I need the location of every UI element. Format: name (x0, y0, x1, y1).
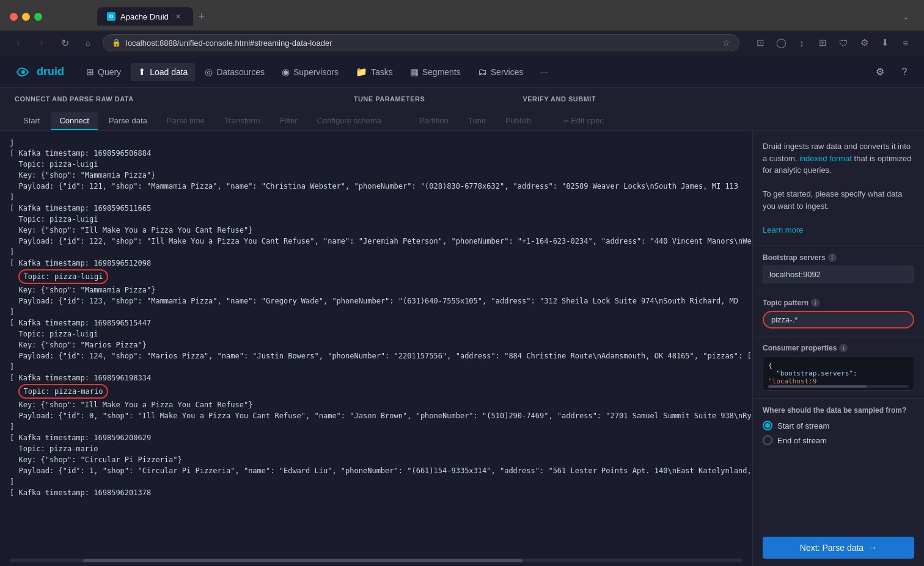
radio-start-of-stream[interactable]: Start of stream (763, 421, 914, 430)
nav-right: ⚙ ? (870, 62, 914, 82)
config-panel: Druid ingests raw data and converts it i… (753, 131, 924, 566)
radio-start-checked[interactable] (763, 421, 772, 430)
back-button[interactable]: ‹ (10, 34, 27, 51)
data-line: Topic: pizza-luigi (10, 214, 743, 225)
topic-pattern-input[interactable] (763, 311, 914, 328)
wizard-step-groups: Connect and parse raw data Tune paramete… (15, 95, 909, 106)
data-line: Key: {"shop": "Mammamia Pizza"} (10, 285, 743, 296)
help-button[interactable]: ? (895, 62, 914, 82)
topic-pattern-info-icon[interactable]: i (811, 299, 820, 307)
segments-icon: ▦ (410, 67, 419, 78)
browser-table-button[interactable]: ⊞ (814, 34, 831, 51)
window-minimize-button[interactable] (22, 13, 30, 21)
bootstrap-servers-section: Bootstrap servers i (753, 246, 924, 291)
highlighted-topic-luigi: Topic: pizza-luigi (18, 269, 108, 284)
indexed-format-link[interactable]: indexed format (799, 154, 852, 163)
wizard-steps-header: Connect and parse raw data Tune paramete… (0, 88, 924, 131)
tab-edit-spec[interactable]: ✏ Edit spec (555, 112, 612, 130)
tab-filter[interactable]: Filter (271, 112, 306, 130)
tab-parse-data[interactable]: Parse data (100, 112, 156, 130)
topic-pattern-label: Topic pattern i (763, 299, 914, 307)
data-line: Key: {"shop": "Circular Pi Pizzeria"} (10, 454, 743, 465)
tab-start[interactable]: Start (15, 112, 48, 130)
code-scroll-indicator (768, 385, 909, 388)
browser-shield-button[interactable]: 🛡 (835, 34, 852, 51)
app-nav: druid ⊞ Query ⬆ Load data ◎ Datasources … (0, 56, 924, 88)
data-line: Key: {"shop": "Mammamia Pizza"} (10, 170, 743, 181)
radio-end-of-stream[interactable]: End of stream (763, 435, 914, 445)
nav-item-supervisors[interactable]: ◉ Supervisors (274, 63, 346, 81)
learn-more-link[interactable]: Learn more (763, 225, 803, 234)
nav-item-datasources-label: Datasources (216, 67, 265, 77)
data-line: Topic: pizza-luigi (10, 159, 743, 170)
config-spacer (753, 457, 924, 529)
address-field[interactable]: 🔒 localhost:8888/unified-console.html#st… (103, 34, 739, 51)
nav-item-datasources[interactable]: ◎ Datasources (197, 63, 272, 81)
supervisors-icon: ◉ (282, 67, 290, 78)
browser-profile-button[interactable]: ◯ (772, 34, 790, 51)
app-logo[interactable]: druid (10, 60, 69, 83)
browser-toolbar-right: ⊡ ◯ ↕ ⊞ 🛡 ⚙ ⬇ ≡ (752, 34, 914, 51)
data-content[interactable]: j [ Kafka timestamp: 1698596506884 Topic… (0, 131, 752, 556)
extensions-button[interactable]: ⊡ (752, 34, 769, 51)
tab-connect[interactable]: Connect (51, 112, 97, 130)
nav-item-load-data[interactable]: ⬆ Load data (131, 63, 195, 81)
consumer-props-code[interactable]: { "bootstrap.servers": "localhost:9 (763, 356, 914, 391)
nav-item-services[interactable]: 🗂 Services (471, 63, 531, 81)
tab-partition[interactable]: Partition (411, 112, 457, 130)
nav-item-tasks[interactable]: 📁 Tasks (348, 63, 400, 81)
bootstrap-servers-info-icon[interactable]: i (828, 253, 837, 262)
bootstrap-servers-input[interactable] (763, 266, 914, 283)
data-line: ] (10, 421, 743, 432)
window-controls (10, 13, 42, 21)
new-tab-button[interactable]: + (193, 8, 210, 25)
wizard-tabs: Start Connect Parse data Parse time Tran… (15, 112, 909, 130)
data-line: [ Kafka timestamp: 1698596515447 (10, 317, 743, 328)
tab-transform[interactable]: Transform (216, 112, 269, 130)
home-button[interactable]: ⌂ (79, 34, 97, 51)
sample-source-label: Where should the data be sampled from? (763, 406, 914, 415)
nav-item-segments[interactable]: ▦ Segments (403, 63, 468, 81)
info-text-3: To get started, please specify what data… (763, 189, 902, 211)
consumer-props-info-icon[interactable]: i (839, 344, 848, 352)
data-horizontal-scrollbar[interactable] (10, 559, 743, 562)
window-close-button[interactable] (10, 13, 18, 21)
radio-end-unchecked[interactable] (763, 435, 772, 445)
browser-menu-button[interactable]: ⌄ (897, 8, 914, 25)
window-maximize-button[interactable] (34, 13, 42, 21)
tab-title: Apache Druid (120, 12, 169, 21)
step-group-verify-label: Verify and submit (522, 95, 596, 103)
nav-item-more[interactable]: ··· (533, 63, 555, 81)
settings-button[interactable]: ⚙ (870, 62, 890, 82)
data-line: Topic: pizza-luigi (10, 269, 743, 285)
bookmark-icon: ☆ (722, 38, 730, 48)
config-info-text: Druid ingests raw data and converts it i… (753, 131, 924, 246)
sample-source-section: Where should the data be sampled from? S… (753, 399, 924, 457)
forward-button[interactable]: › (33, 34, 50, 51)
druid-logo-icon (15, 66, 32, 78)
data-line: Payload: {"id": 121, "shop": "Mammamia P… (10, 181, 743, 192)
browser-tab-active[interactable]: D Apache Druid ✕ (97, 7, 193, 26)
next-parse-data-button[interactable]: Next: Parse data → (763, 537, 914, 559)
config-footer: Next: Parse data → (753, 529, 924, 566)
reload-button[interactable]: ↻ (56, 34, 73, 51)
browser-sync-button[interactable]: ↕ (793, 34, 810, 51)
tab-close-button[interactable]: ✕ (174, 12, 183, 21)
datasources-icon: ◎ (205, 67, 213, 78)
tab-configure-schema[interactable]: Configure schema (309, 112, 391, 130)
tab-tune[interactable]: Tune (460, 112, 494, 130)
browser-more-button[interactable]: ≡ (897, 34, 914, 51)
data-line: Topic: pizza-luigi (10, 328, 743, 339)
data-line: [ Kafka timestamp: 1698596511665 (10, 203, 743, 214)
nav-item-query[interactable]: ⊞ Query (79, 63, 128, 81)
tab-parse-time[interactable]: Parse time (158, 112, 213, 130)
step-group-tune: Tune parameters (354, 95, 425, 106)
data-line: Payload: {"id": 1, "shop": "Circular Pi … (10, 465, 743, 476)
tab-publish[interactable]: Publish (497, 112, 540, 130)
browser-settings-button[interactable]: ⚙ (856, 34, 873, 51)
data-line: ] (10, 192, 743, 203)
query-icon: ⊞ (86, 67, 94, 78)
browser-download-button[interactable]: ⬇ (876, 34, 893, 51)
data-line: Key: {"shop": "Ill Make You a Pizza You … (10, 399, 743, 410)
lock-icon: 🔒 (112, 38, 121, 47)
